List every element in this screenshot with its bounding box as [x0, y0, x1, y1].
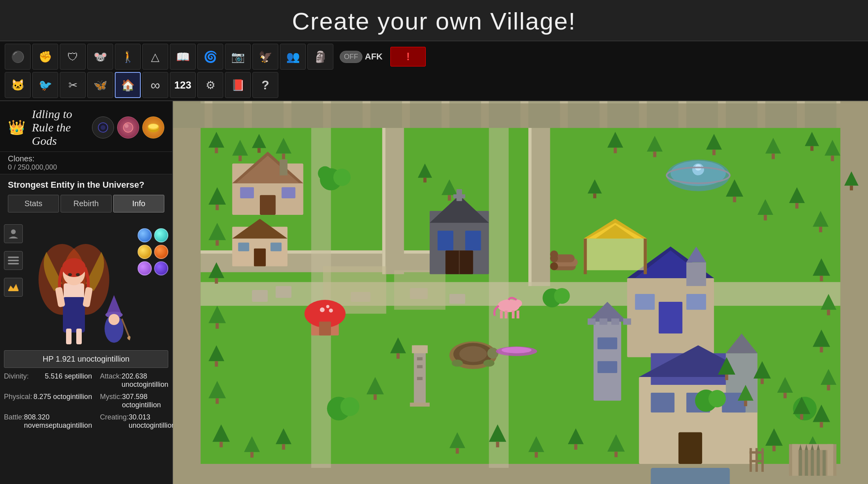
svg-rect-132 — [240, 187, 254, 198]
toolbar-row-2: 🐱 🐦 ✂ 🦋 🏠 ∞ 123 ⚙ 📕 ? — [0, 71, 868, 100]
svg-rect-16 — [63, 297, 85, 333]
svg-rect-236 — [820, 276, 823, 281]
tab-stats[interactable]: Stats — [8, 195, 59, 212]
hp-bar: HP 1.921 unoctogintillion — [4, 350, 168, 368]
clones-info: Clones: 0 / 250,000,000 — [0, 152, 172, 174]
svg-rect-17 — [66, 329, 72, 344]
alert-button[interactable]: ! — [390, 47, 426, 67]
svg-rect-66 — [449, 294, 465, 304]
toolbar-btn-cat[interactable]: 🐱 — [5, 72, 31, 98]
svg-rect-34 — [173, 101, 200, 484]
svg-rect-55 — [382, 128, 404, 274]
gem-blue — [138, 228, 152, 242]
stat-row-physical: Physical: 8.275 octogintillion — [4, 392, 92, 410]
svg-rect-166 — [598, 361, 617, 373]
character-menu-icon[interactable] — [4, 251, 23, 270]
svg-rect-43 — [449, 101, 481, 128]
character-profile-icon[interactable] — [4, 224, 23, 243]
book2-icon: 📕 — [231, 79, 245, 92]
afk-switch[interactable]: OFF — [340, 51, 362, 63]
stat-row-divinity: Divinity: 5.516 septillion — [4, 371, 92, 390]
creating-label: Creating: — [100, 413, 129, 430]
toolbar-btn-person[interactable]: 🚶 — [115, 44, 141, 70]
svg-rect-277 — [822, 450, 826, 476]
toolbar-btn-book2[interactable]: 📕 — [225, 72, 251, 98]
svg-rect-240 — [820, 347, 823, 353]
toolbar-btn-butterfly[interactable]: 🦋 — [87, 72, 113, 98]
char-left-icons — [4, 220, 23, 346]
creating-value: 30.013 unoctogintillion — [129, 413, 175, 430]
toolbar-btn-galaxy[interactable]: 🌀 — [197, 44, 223, 70]
svg-point-201 — [550, 250, 558, 258]
svg-rect-186 — [512, 310, 515, 318]
tab-info[interactable]: Info — [113, 195, 164, 212]
svg-rect-114 — [614, 452, 618, 457]
svg-point-143 — [320, 307, 325, 312]
toolbar-btn-pyramid[interactable]: △ — [142, 44, 168, 70]
svg-rect-37 — [212, 101, 244, 128]
tab-rebirth[interactable]: Rebirth — [61, 195, 112, 212]
pyramid-icon: △ — [151, 50, 160, 63]
infinity-icon: ∞ — [151, 78, 160, 93]
svg-rect-110 — [535, 452, 538, 458]
svg-rect-78 — [614, 148, 617, 153]
svg-rect-222 — [750, 460, 764, 462]
toolbar-btn-fist[interactable]: ✊ — [32, 44, 58, 70]
bird-icon: 🐦 — [39, 79, 52, 92]
svg-point-195 — [502, 347, 531, 353]
svg-rect-100 — [220, 442, 223, 447]
toolbar-btn-infinity[interactable]: ∞ — [142, 72, 168, 98]
toolbar-btn-gear[interactable]: ⚙ — [197, 72, 223, 98]
toolbar-btn-bird[interactable]: 🐦 — [32, 72, 58, 98]
butterfly-icon: 🦋 — [94, 79, 107, 92]
entity-title: Strongest Entity in the Universe? — [8, 180, 164, 190]
toolbar-btn-light[interactable]: ⚫ — [5, 44, 31, 70]
afk-label: AFK — [365, 52, 383, 62]
svg-rect-174 — [584, 238, 647, 270]
toolbar-btn-village[interactable]: 🏠 — [115, 72, 141, 98]
svg-rect-61 — [489, 128, 509, 468]
svg-point-144 — [326, 305, 329, 308]
svg-rect-98 — [850, 186, 853, 190]
battle-label: Battle: — [4, 413, 24, 430]
toolbar-btn-shield[interactable]: 🛡 — [60, 44, 86, 70]
svg-rect-262 — [744, 401, 747, 406]
physical-label: Physical: — [4, 393, 32, 409]
village-map[interactable] — [173, 101, 868, 484]
toolbar-btn-scissors[interactable]: ✂ — [60, 72, 86, 98]
svg-rect-72 — [239, 155, 242, 161]
svg-rect-9 — [8, 260, 19, 261]
svg-rect-238 — [827, 310, 830, 315]
svg-rect-12 — [8, 290, 18, 291]
svg-rect-52 — [805, 101, 836, 128]
svg-rect-244 — [820, 422, 823, 427]
game-title: Idling to Rule the Gods — [32, 107, 86, 148]
svg-rect-41 — [370, 101, 402, 128]
gem-amber — [138, 245, 152, 259]
toolbar-btn-number[interactable]: 123 — [170, 72, 196, 98]
svg-rect-185 — [505, 310, 508, 318]
toolbar-btn-book[interactable]: 📖 — [170, 44, 196, 70]
toolbar-btn-eagle[interactable]: 🦅 — [252, 44, 278, 70]
svg-rect-184 — [500, 310, 503, 318]
svg-rect-88 — [831, 155, 834, 161]
gem-lavender — [138, 261, 152, 275]
toolbar-btn-help[interactable]: ? — [252, 72, 278, 98]
svg-rect-260 — [725, 375, 728, 380]
svg-rect-216 — [679, 432, 702, 464]
afk-toggle-group: OFF AFK — [340, 51, 383, 63]
gear-icon: ⚙ — [206, 79, 215, 92]
character-crown-icon[interactable] — [4, 278, 23, 297]
character-area — [0, 220, 172, 346]
svg-rect-63 — [276, 286, 291, 298]
svg-rect-151 — [438, 231, 453, 250]
svg-marker-11 — [8, 284, 18, 290]
toolbar-btn-camera[interactable]: 📷 — [225, 44, 251, 70]
toolbar-btn-users[interactable]: 👥 — [280, 44, 306, 70]
divinity-value: 5.516 septillion — [45, 372, 92, 389]
toolbar-btn-pet[interactable]: 🐭 — [87, 44, 113, 70]
svg-rect-45 — [528, 101, 560, 128]
toolbar-btn-figure[interactable]: 🗿 — [307, 44, 333, 70]
fist-icon: ✊ — [39, 50, 52, 63]
users-icon: 👥 — [286, 50, 300, 63]
